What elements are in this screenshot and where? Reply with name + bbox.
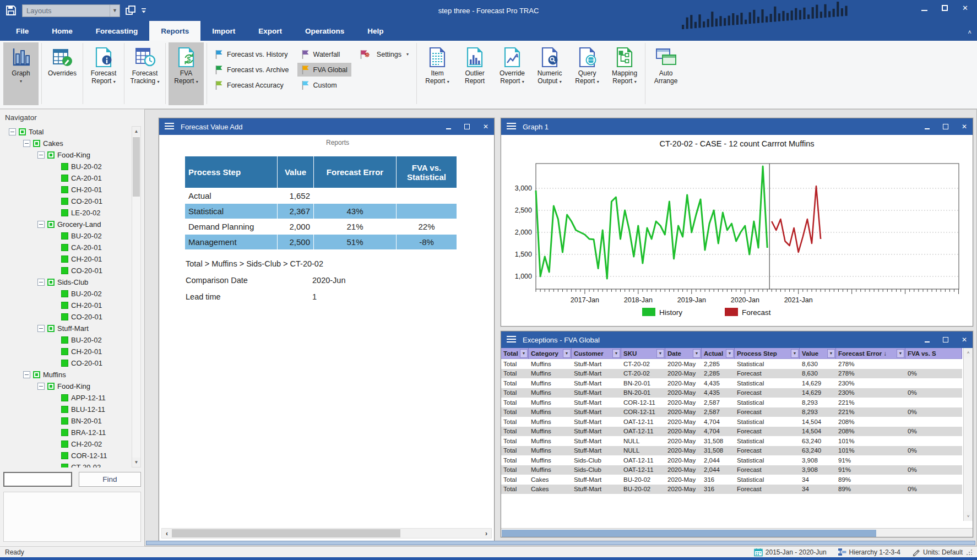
tree-leaf-checkbox[interactable] (61, 302, 68, 309)
tab-home[interactable]: Home (40, 21, 84, 41)
exceptions-row[interactable]: TotalCakesStuff-MartBU-20-022020-May316S… (501, 475, 962, 485)
maximize-icon[interactable] (464, 124, 470, 129)
exceptions-col-total[interactable]: Total▼ (501, 348, 529, 359)
tab-operations[interactable]: Operations (294, 21, 356, 41)
filter-dropdown-icon[interactable]: ▼ (563, 349, 571, 358)
exceptions-col-date[interactable]: Date▼ (665, 348, 702, 359)
filter-dropdown-icon[interactable]: ▼ (827, 349, 835, 358)
exceptions-window-titlebar[interactable]: Exceptions - FVA Global ✕ (501, 331, 973, 348)
tree-leaf-checkbox[interactable] (61, 198, 68, 205)
collapse-icon[interactable] (37, 383, 45, 390)
dropdown-icon[interactable]: ▾ (20, 78, 22, 85)
close-icon[interactable]: ✕ (962, 123, 967, 131)
tree-leaf-checkbox[interactable] (61, 244, 68, 251)
tree-item-co-20-01[interactable]: CO-20-01 (3, 265, 131, 276)
exceptions-row[interactable]: TotalMuffinsStuff-MartOAT-12-112020-May4… (501, 417, 962, 427)
tree-item-ca-20-01[interactable]: CA-20-01 (3, 172, 131, 184)
tree-item-bu-20-02[interactable]: BU-20-02 (3, 288, 131, 300)
override-report-button[interactable]: OverrideReport ▾ (495, 42, 530, 105)
graph-button[interactable]: Graph▾ (3, 42, 39, 105)
collapse-icon[interactable] (37, 325, 45, 332)
tree-leaf-checkbox[interactable] (61, 255, 68, 263)
flag-custom[interactable]: Custom (297, 78, 351, 92)
collapse-icon[interactable] (23, 140, 30, 147)
tree-leaf-checkbox[interactable] (61, 186, 68, 193)
exceptions-row[interactable]: TotalMuffinsStuff-MartCOR-12-112020-May2… (501, 407, 962, 417)
tree-item-bra-12-11[interactable]: BRA-12-11 (3, 427, 131, 438)
copy-layout-icon[interactable] (125, 5, 136, 16)
tree-branch-checkbox[interactable] (33, 140, 40, 147)
exceptions-col-value[interactable]: Value▼ (800, 348, 836, 359)
collapse-icon[interactable] (37, 151, 45, 159)
ribbon-collapse-icon[interactable]: ˄ (968, 29, 971, 35)
tree-item-ch-20-01[interactable]: CH-20-01 (3, 253, 131, 265)
item-report-button[interactable]: ItemReport ▾ (420, 42, 455, 105)
scroll-right-icon[interactable]: › (481, 530, 491, 537)
exceptions-col-forecast-error[interactable]: Forecast Error ↓▼ (836, 348, 905, 359)
exceptions-row[interactable]: TotalMuffinsStuff-MartCT-20-022020-May2,… (501, 369, 962, 379)
tree-item-app-12-11[interactable]: APP-12-11 (3, 392, 131, 404)
overrides-button[interactable]: Overrides (45, 42, 80, 105)
graph-window-titlebar[interactable]: Graph 1 ✕ (501, 118, 973, 135)
mapping-report-button[interactable]: MappingReport ▾ (607, 42, 642, 105)
exceptions-col-sku[interactable]: SKU▼ (621, 348, 665, 359)
tree-leaf-checkbox[interactable] (61, 406, 68, 413)
exceptions-row[interactable]: TotalMuffinsStuff-MartOAT-12-112020-May4… (501, 427, 962, 437)
exceptions-row[interactable]: TotalMuffinsStuff-MartNULL2020-May31,508… (501, 436, 962, 446)
scroll-up-icon[interactable]: ▲ (132, 127, 140, 136)
fva-report-button[interactable]: $FVAReport ▾ (169, 42, 204, 105)
scroll-up-icon[interactable]: ˄ (964, 348, 973, 357)
tab-export[interactable]: Export (247, 21, 294, 41)
status-units[interactable]: Units: Default (911, 548, 963, 557)
scrollbar-thumb[interactable] (502, 530, 876, 537)
hamburger-menu-icon[interactable] (507, 126, 516, 127)
scrollbar-thumb[interactable] (133, 137, 140, 197)
tree-leaf-checkbox[interactable] (61, 452, 68, 459)
forecast-report-button[interactable]: ForecastReport ▾ (86, 42, 121, 105)
tab-file[interactable]: File (4, 21, 40, 41)
resize-grip[interactable] (966, 549, 973, 556)
tree-leaf-checkbox[interactable] (61, 313, 68, 320)
status-date-range[interactable]: 2015-Jan - 2020-Jun (754, 548, 827, 557)
tab-import[interactable]: Import (200, 21, 247, 41)
exceptions-row[interactable]: TotalCakesStuff-MartBU-20-022020-May316F… (501, 485, 962, 494)
tree-branch-checkbox[interactable] (47, 325, 55, 332)
tree-item-bu-20-02[interactable]: BU-20-02 (3, 230, 131, 242)
forecast-tracking-button[interactable]: ForecastTracking ▾ (127, 42, 162, 105)
tree-branch-checkbox[interactable] (47, 383, 55, 390)
flag-forecast-accuracy[interactable]: Forecast Accuracy (211, 78, 293, 92)
exceptions-row[interactable]: TotalMuffinsStuff-MartBN-20-012020-May4,… (501, 378, 962, 388)
tree-item-sids-club[interactable]: Sids-Club (3, 276, 131, 288)
tree-item-food-king[interactable]: Food-King (3, 149, 131, 161)
flag-forecast-vs-archive[interactable]: Forecast vs. Archive (211, 63, 293, 77)
tree-leaf-checkbox[interactable] (61, 417, 68, 425)
flag-fva-global[interactable]: FVA Global (297, 63, 351, 77)
tree-item-ch-20-01[interactable]: CH-20-01 (3, 300, 131, 311)
maximize-icon[interactable] (943, 337, 948, 342)
filter-dropdown-icon[interactable]: ▼ (726, 349, 734, 358)
collapse-icon[interactable] (37, 221, 45, 228)
scroll-left-icon[interactable]: ‹ (162, 530, 172, 537)
filter-dropdown-icon[interactable]: ▼ (612, 349, 620, 358)
tree-leaf-checkbox[interactable] (61, 232, 68, 240)
collapse-icon[interactable] (23, 371, 30, 378)
tree-item-bu-20-02[interactable]: BU-20-02 (3, 161, 131, 172)
find-button[interactable]: Find (79, 472, 141, 487)
exceptions-col-process-step[interactable]: Process Step▼ (735, 348, 800, 359)
maximize-icon[interactable] (943, 124, 948, 129)
tree-leaf-checkbox[interactable] (61, 175, 68, 182)
tree-item-ct-20-02[interactable]: CT-20-02 (3, 461, 131, 467)
tab-forecasting[interactable]: Forecasting (84, 21, 150, 41)
tree-leaf-checkbox[interactable] (61, 464, 68, 467)
navigator-scrollbar[interactable]: ▲ ▼ (132, 126, 141, 467)
tree-item-muffins[interactable]: Muffins (3, 369, 131, 380)
tree-item-bn-20-01[interactable]: BN-20-01 (3, 415, 131, 427)
minimize-icon[interactable] (925, 128, 930, 129)
exceptions-horizontal-scrollbar[interactable] (501, 528, 973, 537)
app-minimize-button[interactable] (921, 10, 927, 11)
exceptions-col-fva-vs-s[interactable]: FVA vs. S (905, 348, 962, 359)
exceptions-col-customer[interactable]: Customer▼ (572, 348, 621, 359)
tree-leaf-checkbox[interactable] (61, 267, 68, 274)
tree-item-ch-20-02[interactable]: CH-20-02 (3, 438, 131, 450)
collapse-icon[interactable] (37, 279, 45, 286)
